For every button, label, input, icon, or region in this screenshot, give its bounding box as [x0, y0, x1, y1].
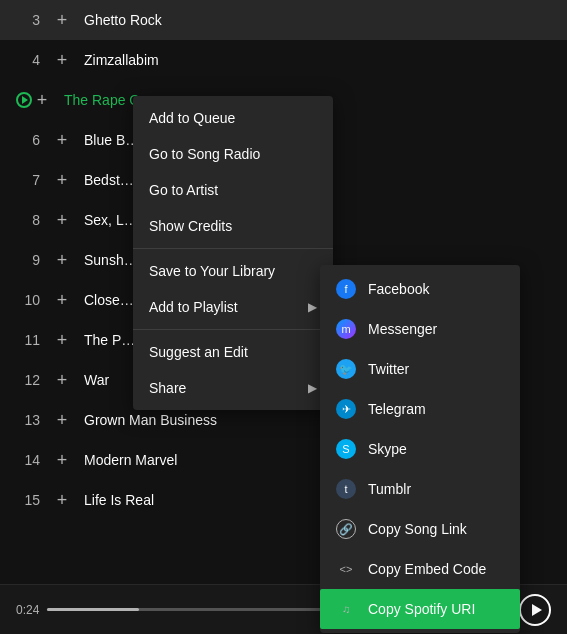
track-add-btn[interactable]: +	[52, 10, 72, 30]
messenger-icon: m	[336, 319, 356, 339]
track-add-btn[interactable]: +	[52, 410, 72, 430]
share-item-telegram[interactable]: ✈ Telegram	[320, 389, 520, 429]
current-time: 0:24	[16, 603, 39, 617]
track-name: Zimzallabim	[84, 52, 551, 68]
track-row[interactable]: 4 + Zimzallabim	[0, 40, 567, 80]
menu-item-label: Go to Song Radio	[149, 146, 260, 162]
spotify-icon: ♫	[336, 599, 356, 619]
menu-item-add-to-queue[interactable]: Add to Queue	[133, 100, 333, 136]
track-add-btn[interactable]: +	[52, 210, 72, 230]
share-item-label: Copy Song Link	[368, 521, 467, 537]
track-add-btn[interactable]: +	[52, 290, 72, 310]
menu-item-label: Add to Queue	[149, 110, 235, 126]
track-number: 10	[16, 292, 40, 308]
share-item-label: Copy Embed Code	[368, 561, 486, 577]
menu-item-add-to-playlist[interactable]: Add to Playlist▶	[133, 289, 333, 325]
track-add-btn[interactable]: +	[52, 370, 72, 390]
context-menu: Add to QueueGo to Song RadioGo to Artist…	[133, 96, 333, 410]
submenu-chevron: ▶	[308, 300, 317, 314]
track-add-btn[interactable]: +	[52, 250, 72, 270]
track-number: 4	[16, 52, 40, 68]
menu-item-label: Suggest an Edit	[149, 344, 248, 360]
track-add-btn[interactable]: +	[52, 330, 72, 350]
menu-item-label: Go to Artist	[149, 182, 218, 198]
share-submenu: f Facebook m Messenger 🐦 Twitter ✈ Teleg…	[320, 265, 520, 633]
telegram-icon: ✈	[336, 399, 356, 419]
track-number: 8	[16, 212, 40, 228]
menu-item-label: Show Credits	[149, 218, 232, 234]
track-number: 14	[16, 452, 40, 468]
share-item-label: Telegram	[368, 401, 426, 417]
share-item-messenger[interactable]: m Messenger	[320, 309, 520, 349]
menu-item-label: Save to Your Library	[149, 263, 275, 279]
track-number: 7	[16, 172, 40, 188]
share-item-label: Messenger	[368, 321, 437, 337]
menu-item-go-to-artist[interactable]: Go to Artist	[133, 172, 333, 208]
submenu-chevron: ▶	[308, 381, 317, 395]
link-icon: 🔗	[336, 519, 356, 539]
menu-item-go-to-song-radio[interactable]: Go to Song Radio	[133, 136, 333, 172]
track-add-btn[interactable]: +	[52, 50, 72, 70]
share-item-label: Copy Spotify URI	[368, 601, 475, 617]
track-number: 13	[16, 412, 40, 428]
track-number: 12	[16, 372, 40, 388]
track-number: 11	[16, 332, 40, 348]
share-item-twitter[interactable]: 🐦 Twitter	[320, 349, 520, 389]
track-add-btn[interactable]: +	[32, 90, 52, 110]
play-button[interactable]	[519, 594, 551, 626]
track-add-btn[interactable]: +	[52, 170, 72, 190]
share-item-skype[interactable]: S Skype	[320, 429, 520, 469]
menu-item-share[interactable]: Share▶	[133, 370, 333, 406]
progress-fill	[47, 608, 139, 611]
menu-item-label: Add to Playlist	[149, 299, 238, 315]
share-item-spotify[interactable]: ♫ Copy Spotify URI	[320, 589, 520, 629]
track-add-btn[interactable]: +	[52, 450, 72, 470]
share-item-tumblr[interactable]: t Tumblr	[320, 469, 520, 509]
menu-item-show-credits[interactable]: Show Credits	[133, 208, 333, 244]
track-number: 6	[16, 132, 40, 148]
skype-icon: S	[336, 439, 356, 459]
menu-item-save-to-your-library[interactable]: Save to Your Library	[133, 253, 333, 289]
menu-item-label: Share	[149, 380, 186, 396]
tumblr-icon: t	[336, 479, 356, 499]
track-add-btn[interactable]: +	[52, 130, 72, 150]
track-name: Ghetto Rock	[84, 12, 551, 28]
share-item-label: Facebook	[368, 281, 429, 297]
track-number: 3	[16, 12, 40, 28]
facebook-icon: f	[336, 279, 356, 299]
menu-item-suggest-an-edit[interactable]: Suggest an Edit	[133, 334, 333, 370]
menu-separator	[133, 329, 333, 330]
share-item-label: Twitter	[368, 361, 409, 377]
track-row[interactable]: 3 + Ghetto Rock	[0, 0, 567, 40]
track-add-btn[interactable]: +	[52, 490, 72, 510]
share-item-link[interactable]: 🔗 Copy Song Link	[320, 509, 520, 549]
twitter-icon: 🐦	[336, 359, 356, 379]
share-item-embed[interactable]: <> Copy Embed Code	[320, 549, 520, 589]
share-item-facebook[interactable]: f Facebook	[320, 269, 520, 309]
playing-icon	[16, 92, 32, 108]
track-number: 9	[16, 252, 40, 268]
menu-separator	[133, 248, 333, 249]
share-item-label: Skype	[368, 441, 407, 457]
embed-icon: <>	[336, 559, 356, 579]
share-item-label: Tumblr	[368, 481, 411, 497]
track-number: 15	[16, 492, 40, 508]
